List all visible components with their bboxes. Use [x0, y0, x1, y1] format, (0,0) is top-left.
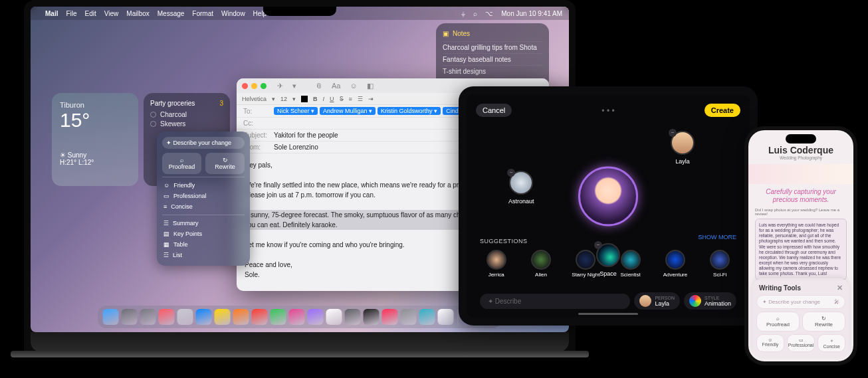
transform-keypoints[interactable]: ▤Key Points — [162, 229, 245, 239]
menu-edit[interactable]: Edit — [85, 10, 96, 17]
dock-app[interactable] — [252, 309, 268, 325]
suggestion-item[interactable]: Sci-Fi — [704, 250, 736, 278]
dock-app[interactable] — [401, 309, 417, 325]
notes-item[interactable]: T-shirt designs — [443, 65, 542, 77]
wifi-icon[interactable]: ⏚ — [461, 10, 465, 17]
header-icon[interactable]: ▾ — [292, 82, 296, 90]
remove-icon[interactable]: − — [669, 129, 677, 137]
photo-icon[interactable]: ◧ — [367, 82, 374, 90]
tone-concise[interactable]: ≡Concise — [162, 201, 245, 212]
suggestion-item[interactable]: Jerrica — [480, 250, 512, 278]
close-icon[interactable]: ✕ — [837, 284, 843, 292]
suggestions-title: SUGGESTIONS — [480, 238, 528, 244]
send-icon[interactable]: ✈ — [277, 82, 283, 90]
describe-change-input[interactable]: ✦ Describe your change 🎤︎ — [756, 295, 845, 309]
notes-item[interactable]: Charcoal grilling tips from Shota — [443, 41, 542, 53]
menubar-app[interactable]: Mail — [45, 10, 58, 17]
suggestion-item[interactable]: Scientist — [614, 250, 647, 278]
home-indicator[interactable] — [578, 313, 638, 315]
notes-item[interactable]: Fantasy baseball notes — [443, 53, 542, 65]
text-color-icon[interactable] — [301, 96, 308, 102]
node-astronaut[interactable]: − Astronaut — [508, 171, 534, 205]
emoji-icon[interactable]: ☺ — [350, 82, 357, 90]
dock-app[interactable] — [177, 309, 193, 325]
menu-mailbox[interactable]: Mailbox — [126, 10, 149, 17]
dock-app[interactable] — [419, 309, 435, 325]
dock-app[interactable] — [103, 309, 119, 325]
dock-app[interactable] — [140, 309, 156, 325]
proofread-button[interactable]: ⌕Proofread — [162, 153, 201, 174]
close-icon[interactable] — [242, 83, 248, 89]
preview-main[interactable] — [578, 166, 638, 228]
search-icon[interactable]: ⌕ — [473, 10, 477, 17]
transform-summary[interactable]: ☰Summary — [162, 218, 245, 229]
menu-view[interactable]: View — [104, 10, 119, 17]
weather-widget[interactable]: Tiburon 15° ☀︎ Sunny H:21° L:12° — [52, 93, 138, 186]
rewrite-button[interactable]: ↻Rewrite — [205, 153, 245, 174]
tone-professional[interactable]: ▭Professional — [787, 334, 815, 352]
suggestion-item[interactable]: Adventure — [659, 250, 691, 278]
describe-input[interactable]: ✦ Describe — [480, 294, 630, 309]
dock-app[interactable] — [382, 309, 398, 325]
dock-app[interactable] — [159, 309, 175, 325]
dock-app[interactable] — [271, 309, 286, 325]
tone-friendly[interactable]: ☺Friendly — [162, 180, 245, 191]
node-layla[interactable]: − Layla — [671, 131, 695, 165]
mic-icon[interactable]: 🎤︎ — [834, 299, 839, 305]
transform-list[interactable]: ☲List — [162, 250, 245, 260]
subject-field[interactable]: Yakitori for the people — [274, 132, 338, 139]
dock-app[interactable] — [326, 309, 342, 325]
recipient-chip[interactable]: Nick Scheer ▾ — [274, 107, 318, 115]
zoom-icon[interactable] — [261, 83, 267, 89]
menu-format[interactable]: Format — [192, 10, 213, 17]
dock-app[interactable] — [438, 309, 454, 325]
review-text-selected[interactable]: Luis was everything we could have hoped … — [755, 219, 847, 280]
list-icon[interactable]: ☰ — [358, 96, 363, 102]
align-icon[interactable]: ≡ — [349, 96, 352, 102]
menu-message[interactable]: Message — [158, 10, 185, 17]
attach-icon[interactable]: 📎︎ — [315, 82, 322, 90]
create-button[interactable]: Create — [705, 104, 740, 117]
font-size[interactable]: 12 — [280, 96, 287, 102]
menu-file[interactable]: File — [66, 10, 76, 17]
recipient-chip[interactable]: Andrew Mulligan ▾ — [320, 107, 376, 115]
proofread-button[interactable]: ⌕Proofread — [756, 312, 800, 331]
describe-change-input[interactable]: ✦ Describe your change — [162, 137, 245, 149]
transform-table[interactable]: ▦Table — [162, 239, 245, 250]
show-more-link[interactable]: SHOW MORE — [699, 234, 737, 240]
minimize-icon[interactable] — [251, 83, 257, 89]
bold-icon[interactable]: B — [313, 96, 318, 102]
dock-app[interactable] — [289, 309, 305, 325]
recipient-chip[interactable]: Kristin Goldsworthy ▾ — [378, 107, 441, 115]
suggestion-item[interactable]: Alien — [524, 250, 557, 278]
font-select[interactable]: Helvetica — [242, 96, 267, 102]
strike-icon[interactable]: S̶ — [340, 96, 344, 102]
indent-icon[interactable]: ⇥ — [368, 96, 374, 102]
control-center-icon[interactable]: ⌥ — [485, 10, 493, 17]
person-pill[interactable]: PERSONLayla — [634, 292, 680, 310]
underline-icon[interactable]: U — [330, 96, 334, 102]
tone-friendly[interactable]: ☺Friendly — [756, 334, 784, 352]
suggestion-item[interactable]: Starry Night — [570, 250, 602, 278]
from-field[interactable]: Sole Lorenzino — [274, 143, 318, 151]
dock-app[interactable] — [345, 309, 361, 325]
reminder-item[interactable]: Skewers — [150, 120, 223, 128]
italic-icon[interactable]: I — [323, 96, 325, 102]
writing-tools-panel: Writing Tools ✕ ✦ Describe your change 🎤… — [752, 278, 849, 357]
format-icon[interactable]: Aa — [332, 82, 340, 90]
dock-app[interactable] — [233, 309, 249, 325]
more-icon[interactable]: • • • — [601, 106, 614, 116]
tone-concise[interactable]: ＋Concise — [817, 334, 845, 352]
cancel-button[interactable]: Cancel — [476, 104, 512, 117]
dock-app[interactable] — [196, 309, 212, 325]
rewrite-button[interactable]: ↻Rewrite — [802, 312, 845, 331]
reminder-item[interactable]: Charcoal — [150, 111, 223, 118]
dock-app[interactable] — [122, 309, 138, 325]
style-pill[interactable]: STYLEAnimation — [684, 292, 736, 310]
dock-app[interactable] — [308, 309, 324, 325]
menubar-clock[interactable]: Mon Jun 10 9:41 AM — [501, 10, 562, 17]
dock-app[interactable] — [215, 309, 231, 325]
tone-professional[interactable]: ▭Professional — [162, 191, 245, 201]
dock-app[interactable] — [364, 309, 380, 325]
menu-window[interactable]: Window — [221, 10, 245, 17]
